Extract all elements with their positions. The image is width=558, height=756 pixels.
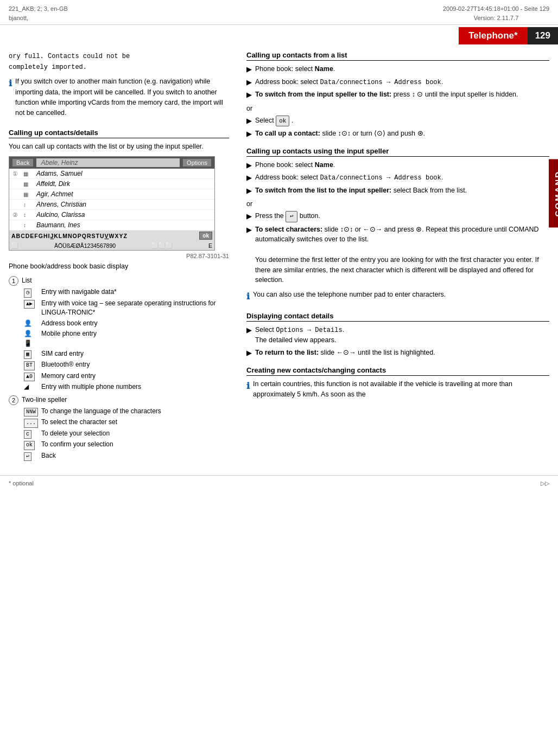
- phone-input-field: Abele, Heinz: [36, 158, 180, 167]
- section-heading-contact-details: Displaying contact details: [246, 312, 549, 322]
- legend-sub-address: 👤 Address book entry: [9, 319, 229, 328]
- section-contact-details: Displaying contact details ▶ Select Opti…: [246, 312, 549, 358]
- bullet-item-switch-to-list: ▶ To switch from the input speller to th…: [246, 89, 549, 100]
- phone-specials-row: ⬜ ÄÖÜßÆØÅ1234567890 ⬜⬜⬜ E: [9, 241, 214, 250]
- bullet-item: ▶ Phone book: select Name.: [246, 64, 549, 75]
- calling-list-bullets-2: ▶ Select ok . ▶ To call up a contact: sl…: [246, 116, 549, 139]
- section-calling-list: Calling up contacts from a list ▶ Phone …: [246, 51, 549, 139]
- legend-sub-voice: ▲▶ Entry with voice tag – see separate o…: [9, 299, 229, 318]
- bullet-item: ▶ Select Options → Details.The detailed …: [246, 325, 549, 345]
- bullet-item: ▶ Address book: select Data/connections …: [246, 172, 549, 183]
- info-icon-create: ℹ: [246, 380, 250, 393]
- bullet-item: ▶ To call up a contact: slide ↕⊙↕ or tur…: [246, 129, 549, 139]
- speller-bullets: ▶ Phone book: select Name. ▶ Address boo…: [246, 160, 549, 196]
- bullet-item: ▶ Address book: select Data/connections …: [246, 77, 549, 88]
- legend-sub-back: ↩ Back: [9, 451, 229, 462]
- list-item: ↕ Ahrens, Christian: [9, 200, 214, 210]
- or-separator-1: or: [246, 105, 549, 112]
- header-left-line2: bjanott,: [9, 14, 68, 23]
- bullet-item: ▶ Press the ↩ button.: [246, 211, 549, 222]
- right-column: Calling up contacts from a list ▶ Phone …: [242, 51, 549, 464]
- details-bullets: ▶ Select Options → Details.The detailed …: [246, 325, 549, 358]
- intro-mono: ory full. Contacts could not becompletel…: [9, 53, 130, 71]
- phone-display-header: Back Abele, Heinz Options: [9, 157, 214, 169]
- section-heading-create-contacts: Creating new contacts/changing contacts: [246, 366, 549, 376]
- phone-caption-text: Phone book/address book basic display: [9, 261, 229, 272]
- section-calling-speller: Calling up contacts using the input spel…: [246, 147, 549, 305]
- header-center: 2009-02-27T14:45:18+01:00 - Seite 129 Ve…: [443, 4, 549, 22]
- legend-sub-charset: ... To select the character set: [9, 418, 229, 428]
- comand-sidebar-label: COMAND: [549, 159, 558, 228]
- legend-sub-navigable: ◷ Entry with navigable data*: [9, 287, 229, 298]
- page-title: Telephone*: [459, 27, 527, 44]
- footer-arrow: ▷▷: [541, 480, 549, 487]
- section-intro-text: You can call up contacts with the list o…: [9, 142, 229, 152]
- legend-sub-sim: ▦ SIM card entry: [9, 349, 229, 360]
- section-heading-calling-speller: Calling up contacts using the input spel…: [246, 147, 549, 157]
- speller-bullets-2: ▶ Press the ↩ button. ▶ To select charac…: [246, 211, 549, 285]
- phone-list: ① ▦ Adams, Samuel ▦ Affeldt, Dirk ▦ Agir…: [9, 169, 214, 230]
- header-left: 221_AKB; 2; 3, en-GB bjanott,: [9, 4, 68, 22]
- legend-item-1: 1 List: [9, 276, 229, 286]
- info-box-1-text: If you switch over to another main funct…: [15, 76, 229, 119]
- phone-options-button[interactable]: Options: [183, 159, 211, 166]
- phone-back-button[interactable]: Back: [12, 159, 33, 166]
- bullet-item: ▶ Select ok .: [246, 116, 549, 127]
- header-left-line1: 221_AKB; 2; 3, en-GB: [9, 4, 68, 14]
- list-item: ① ▦ Adams, Samuel: [9, 169, 214, 179]
- legend-sub-memory: ▲0 Memory card entry: [9, 371, 229, 382]
- legend-sub-mobile: 👤📱 Mobile phone entry: [9, 329, 229, 348]
- info-box-speller: ℹ You can also use the telephone number …: [246, 290, 549, 304]
- legend-sub-multiple: ◢ Entry with multiple phone numbers: [9, 382, 229, 392]
- list-item: ▦ Agir, Achmet: [9, 189, 214, 200]
- header-center-line2: Version: 2.11.7.7: [443, 14, 549, 23]
- phone-alphabet-row: ABCDEFGHIJKLMNOPQRSTUVWXYZ ok: [9, 230, 214, 241]
- bullet-item-switch-to-speller: ▶ To switch from the list to the input s…: [246, 185, 549, 196]
- info-box-1: ℹ If you switch over to another main fun…: [9, 76, 229, 123]
- info-icon-speller: ℹ: [246, 290, 250, 303]
- phone-display: Back Abele, Heinz Options ① ▦ Adams, Sam…: [9, 156, 215, 251]
- info-icon-1: ℹ: [9, 77, 12, 90]
- page-number: 129: [528, 27, 558, 44]
- legend-sub-lang: NNW To change the language of the charac…: [9, 407, 229, 417]
- section-heading-calling-list: Calling up contacts from a list: [246, 51, 549, 61]
- list-item: ↕ Baumann, Ines: [9, 220, 214, 230]
- footer-optional: * optional: [9, 480, 34, 487]
- bullet-item-return: ▶ To return to the list: slide ←⊙→ until…: [246, 348, 549, 358]
- phone-caption: P82.87-3101-31: [9, 253, 229, 259]
- intro-text: ory full. Contacts could not becompletel…: [9, 51, 229, 72]
- main-content: ory full. Contacts could not becompletel…: [0, 51, 558, 464]
- legend-sub-bluetooth: BT Bluetooth® entry: [9, 360, 229, 370]
- list-item: ▦ Affeldt, Dirk: [9, 179, 214, 189]
- list-item: ② ↕ Aulcino, Clarissa: [9, 210, 214, 220]
- legend-item-2: 2 Two-line speller: [9, 395, 229, 405]
- info-box-create: ℹ In certain countries, this function is…: [246, 379, 549, 405]
- info-box-speller-text: You can also use the telephone number pa…: [253, 290, 446, 300]
- bullet-item: ▶ Phone book: select Name.: [246, 160, 549, 171]
- page-title-bar: Telephone* 129: [0, 25, 558, 47]
- legend-section: 1 List ◷ Entry with navigable data* ▲▶ E…: [9, 276, 229, 461]
- info-box-create-text: In certain countries, this function is n…: [253, 379, 549, 400]
- doc-header: 221_AKB; 2; 3, en-GB bjanott, 2009-02-27…: [0, 0, 558, 25]
- left-column: ory full. Contacts could not becompletel…: [9, 51, 242, 464]
- section-heading-contacts-details: Calling up contacts/details: [9, 129, 229, 138]
- section-create-contacts: Creating new contacts/changing contacts …: [246, 366, 549, 405]
- doc-footer: * optional ▷▷: [0, 475, 558, 491]
- calling-list-bullets: ▶ Phone book: select Name. ▶ Address boo…: [246, 64, 549, 100]
- legend-sub-confirm: ok To confirm your selection: [9, 440, 229, 450]
- header-center-line1: 2009-02-27T14:45:18+01:00 - Seite 129: [443, 4, 549, 14]
- legend-sub-delete: c To delete your selection: [9, 429, 229, 439]
- or-separator-2: or: [246, 200, 549, 208]
- page-title-section: Telephone* 129: [459, 27, 558, 44]
- bullet-item-select-chars: ▶ To select characters: slide ↕⊙↕ or ←⊙→…: [246, 225, 549, 286]
